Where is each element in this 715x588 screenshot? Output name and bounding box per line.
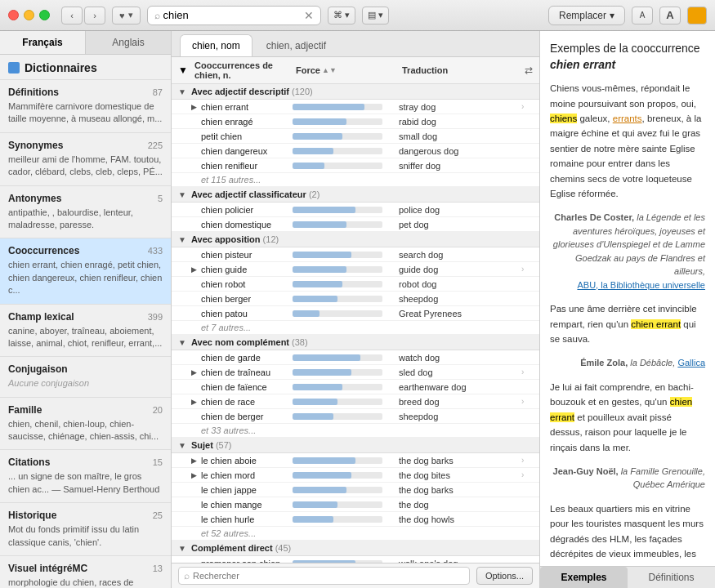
bottom-search-bar[interactable]: ⌕ bbox=[178, 567, 470, 585]
sidebar-section-conjugaison[interactable]: Conjugaison Aucune conjugaison bbox=[0, 357, 171, 397]
sidebar-section-visuel[interactable]: Visuel intégréMC 13 morphologie du chien… bbox=[0, 556, 171, 588]
tab-anglais[interactable]: Anglais bbox=[86, 31, 171, 54]
tab-chien-nom[interactable]: chien, nom bbox=[180, 34, 252, 56]
group-avec-apposition[interactable]: ▼ Avec apposition (12) bbox=[172, 232, 539, 247]
row-chevron-icon: › bbox=[521, 397, 533, 406]
table-row[interactable]: petit chien small dog bbox=[172, 129, 539, 144]
row-bar-area bbox=[293, 472, 399, 479]
row-chevron-icon: › bbox=[521, 470, 533, 479]
section-title-antonymes: Antonymes bbox=[8, 193, 61, 204]
right-panel-title: Exemples de la cooccurrence chien errant bbox=[550, 41, 705, 73]
row-text: chien de berger bbox=[201, 412, 293, 421]
table-row[interactable]: chien dangereux dangerous dog bbox=[172, 144, 539, 158]
bottom-search-input[interactable] bbox=[193, 571, 464, 581]
font-small-button[interactable]: A bbox=[632, 7, 653, 24]
table-row[interactable]: le chien mange the dog bbox=[172, 497, 539, 512]
et-autres-apposition: et 7 autres... bbox=[172, 321, 539, 335]
table-row[interactable]: chien policier police dog bbox=[172, 203, 539, 217]
row-translation: the dog barks bbox=[399, 485, 521, 495]
group-avec-adj-descriptif[interactable]: ▼ Avec adjectif descriptif (120) bbox=[172, 84, 539, 100]
table-row[interactable]: le chien jappe the dog barks bbox=[172, 483, 539, 497]
table-row[interactable]: chien de berger sheepdog bbox=[172, 409, 539, 424]
group-complement-direct[interactable]: ▼ Complément direct (45) bbox=[172, 541, 539, 556]
th-force[interactable]: Force ▲▼ bbox=[296, 65, 402, 75]
table-row[interactable]: chien de faïence earthenware dog bbox=[172, 380, 539, 394]
table-row[interactable]: chien domestique pet dog bbox=[172, 217, 539, 232]
refresh-icon[interactable]: ⇄ bbox=[525, 65, 533, 76]
main-layout: Français Anglais Dictionnaires Définitio… bbox=[0, 31, 715, 588]
row-bar-area bbox=[293, 487, 399, 493]
replace-button[interactable]: Remplacer ▾ bbox=[548, 6, 625, 25]
sidebar-section-antonymes[interactable]: Antonymes 5 antipathie, , balourdise, le… bbox=[0, 186, 171, 239]
table-row[interactable]: ▶ chien de race breed dog › bbox=[172, 394, 539, 409]
row-bar-area bbox=[293, 133, 399, 140]
bookmark-button[interactable]: ♥ ▾ bbox=[112, 7, 141, 24]
sidebar-section-famille[interactable]: Famille 20 chien, chenil, chien-loup, ch… bbox=[0, 398, 171, 451]
forward-button[interactable]: › bbox=[84, 7, 105, 24]
group-avec-nom-complement[interactable]: ▼ Avec nom complément (38) bbox=[172, 335, 539, 350]
force-header-label: Force bbox=[296, 65, 320, 75]
cooccurrences-header-label: Cooccurrences de chien, n. bbox=[194, 60, 273, 80]
sidebar-section-cooccurrences[interactable]: Cooccurrences 433 chien errant, chien en… bbox=[0, 238, 171, 304]
section-text-champ-lexical: canine, aboyer, traîneau, aboiement, lai… bbox=[8, 325, 163, 350]
table-row[interactable]: chien pisteur search dog bbox=[172, 247, 539, 262]
table-row[interactable]: chien patou Great Pyrenees bbox=[172, 306, 539, 321]
table-row[interactable]: chien renifleur sniffer dog bbox=[172, 158, 539, 173]
clear-search-button[interactable]: ✕ bbox=[304, 9, 314, 22]
row-text: chien berger bbox=[201, 294, 293, 304]
tab-francais[interactable]: Français bbox=[0, 31, 86, 54]
font-large-button[interactable]: A bbox=[659, 7, 681, 24]
group-expand-icon: ▼ bbox=[178, 87, 191, 96]
row-text: chien errant bbox=[201, 102, 293, 112]
minimize-button[interactable] bbox=[24, 10, 34, 20]
table-row[interactable]: ▶ chien errant stray dog › bbox=[172, 100, 539, 114]
sidebar-section-synonymes[interactable]: Synonymes 225 meilleur ami de l'homme, F… bbox=[0, 133, 171, 186]
sidebar-section-champ-lexical[interactable]: Champ lexical 399 canine, aboyer, traîne… bbox=[0, 305, 171, 358]
row-translation: guide dog bbox=[399, 265, 521, 274]
table-row[interactable]: chien enragé rabid dog bbox=[172, 114, 539, 129]
table-row[interactable]: ▶ chien de traîneau sled dog › bbox=[172, 365, 539, 380]
options-button[interactable]: Options... bbox=[476, 567, 533, 585]
group-label-nom-complement: Avec nom complément (38) bbox=[191, 337, 533, 347]
table-row[interactable]: promener son chien walk one's dog bbox=[172, 556, 539, 563]
section-count-visuel: 13 bbox=[153, 564, 163, 573]
sidebar-section-citations[interactable]: Citations 15 ... un signe de son maître,… bbox=[0, 450, 171, 503]
right-bottom-tabs: Exemples Définitions bbox=[540, 566, 715, 588]
row-text: chien guide bbox=[201, 265, 293, 274]
section-title-champ-lexical: Champ lexical bbox=[8, 311, 74, 323]
row-translation: stray dog bbox=[399, 102, 521, 112]
group-avec-adj-classificateur[interactable]: ▼ Avec adjectif classificateur (2) bbox=[172, 187, 539, 203]
right-panel: Exemples de la cooccurrence chien errant… bbox=[539, 31, 715, 588]
group-sujet[interactable]: ▼ Sujet (57) bbox=[172, 438, 539, 453]
table-row[interactable]: ▶ le chien aboie the dog barks › bbox=[172, 453, 539, 468]
row-translation: sheepdog bbox=[399, 294, 521, 304]
tab-chien-adjectif[interactable]: chien, adjectif bbox=[254, 34, 338, 56]
maximize-button[interactable] bbox=[39, 10, 50, 20]
close-button[interactable] bbox=[8, 10, 19, 20]
table-row[interactable]: chien de garde watch dog bbox=[172, 350, 539, 365]
table-row[interactable]: chien robot robot dog bbox=[172, 277, 539, 292]
table-row[interactable]: chien berger sheepdog bbox=[172, 292, 539, 306]
row-expand-icon: ▶ bbox=[191, 368, 201, 376]
tab-definitions[interactable]: Définitions bbox=[628, 567, 715, 588]
group-label-sujet: Sujet (57) bbox=[191, 440, 533, 450]
row-bar-area bbox=[293, 148, 399, 154]
table-row[interactable]: ▶ chien guide guide dog › bbox=[172, 262, 539, 277]
search-input[interactable] bbox=[163, 9, 301, 21]
link-gallica[interactable]: Gallica bbox=[677, 358, 705, 368]
et-autres-nom-complement: et 33 autres... bbox=[172, 424, 539, 438]
tab-exemples[interactable]: Exemples bbox=[540, 567, 628, 588]
section-text-conjugaison: Aucune conjugaison bbox=[8, 377, 163, 390]
back-button[interactable]: ‹ bbox=[61, 7, 83, 24]
sidebar-section-historique[interactable]: Historique 25 Mot du fonds primitif issu… bbox=[0, 503, 171, 556]
color-picker-button[interactable] bbox=[687, 7, 707, 24]
table-row[interactable]: le chien hurle the dog howls bbox=[172, 512, 539, 527]
row-bar-area bbox=[293, 413, 399, 420]
right-paragraph-2: Pas une âme derrière cet invincible remp… bbox=[550, 301, 705, 346]
search-options-button[interactable]: ⌘ ▾ bbox=[328, 7, 355, 24]
link-abu[interactable]: ABU, la Bibliothèque universelle bbox=[577, 280, 705, 290]
sidebar-section-definitions[interactable]: Définitions 87 Mammifère carnivore domes… bbox=[0, 80, 171, 133]
view-options-button[interactable]: ▤ ▾ bbox=[362, 7, 389, 24]
main-search-bar[interactable]: ⌕ ✕ bbox=[147, 6, 321, 25]
table-row[interactable]: ▶ le chien mord the dog bites › bbox=[172, 468, 539, 483]
